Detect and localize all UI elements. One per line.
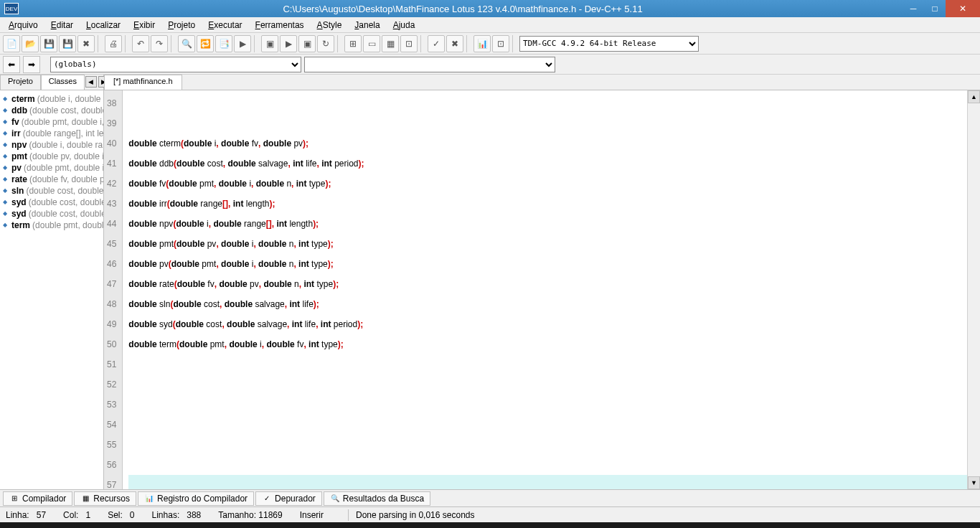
debug-stop-button[interactable]: ✖	[446, 35, 463, 52]
insert-btn3[interactable]: ▦	[382, 35, 399, 52]
save-button[interactable]: 💾	[40, 35, 57, 52]
app-icon: DEV	[4, 3, 19, 14]
menu-ferramentas[interactable]: Ferramentas	[250, 19, 310, 32]
open-button[interactable]: 📂	[22, 35, 39, 52]
code-editor[interactable]: 3839404142434445464748495051525354555657…	[104, 90, 980, 489]
bottom-tab-compilador[interactable]: ⊞Compilador	[3, 491, 72, 506]
profile-button[interactable]: 📊	[473, 35, 491, 52]
status-sel-label: Sel:	[108, 510, 123, 520]
fwd-nav-button[interactable]: ➡	[23, 56, 40, 73]
side-panel: Projeto Classes ◀ ▶ cterm (double i, dou…	[0, 75, 104, 489]
close-button2[interactable]: ✖	[77, 35, 95, 52]
func-ddb[interactable]: ddb (double cost, double salvage, int li…	[1, 105, 102, 116]
taskbar	[0, 522, 980, 528]
tab-prev-button[interactable]: ◀	[85, 76, 97, 88]
window-title: C:\Users\Augusto\Desktop\MathFinance Lot…	[23, 4, 903, 14]
tab-projeto[interactable]: Projeto	[0, 75, 41, 90]
insert-btn1[interactable]: ⊞	[344, 35, 362, 52]
menu-bar: ArquivoEditarLocalizarExibirProjetoExecu…	[0, 17, 980, 33]
status-bar: Linha: 57 Col: 1 Sel: 0 Linhas: 388 Tama…	[0, 506, 980, 522]
status-insert-mode: Inserir	[300, 510, 324, 520]
tab-classes[interactable]: Classes	[41, 75, 85, 90]
bottom-tab-depurador[interactable]: ✓Depurador	[255, 491, 322, 506]
redo-button[interactable]: ↷	[151, 35, 168, 52]
back-nav-button[interactable]: ⬅	[3, 56, 20, 73]
bottom-tab-recursos[interactable]: ▦Recursos	[74, 491, 136, 506]
vertical-scrollbar[interactable]: ▲ ▼	[967, 90, 980, 489]
func-pmt[interactable]: pmt (double pv, double i, double n, int …	[1, 151, 102, 162]
menu-projeto[interactable]: Projeto	[162, 19, 201, 32]
close-button[interactable]: ✕	[946, 0, 980, 17]
func-cterm[interactable]: cterm (double i, double fv, double pv)	[1, 93, 102, 105]
find-in-files-button[interactable]: 📑	[215, 35, 232, 52]
minimize-button[interactable]: ─	[903, 0, 924, 17]
bottom-tab-resultados-da-busca[interactable]: 🔍Resultados da Busca	[324, 491, 430, 506]
menu-editar[interactable]: Editar	[45, 19, 79, 32]
replace-button[interactable]: 🔁	[197, 35, 214, 52]
func-rate[interactable]: rate (double fv, double pv, double n, in…	[1, 174, 102, 185]
editor-panel: [*] mathfinance.h 3839404142434445464748…	[104, 75, 980, 489]
file-tab[interactable]: [*] mathfinance.h	[104, 75, 182, 90]
compile-button[interactable]: ▣	[261, 35, 278, 52]
bottom-tab-registro-do-compilador[interactable]: 📊Registro do Compilador	[138, 491, 254, 506]
func-syd[interactable]: syd (double cost, double salvage, int li…	[1, 208, 102, 220]
print-button[interactable]: 🖨	[105, 35, 122, 52]
func-npv[interactable]: npv (double i, double range[], int lengt…	[1, 139, 102, 151]
misc-button[interactable]: ⊡	[492, 35, 509, 52]
code-area[interactable]: double cterm(double i, double fv, double…	[123, 90, 980, 489]
compile-run-button[interactable]: ▣	[298, 35, 316, 52]
rebuild-button[interactable]: ↻	[317, 35, 334, 52]
bottom-tabs: ⊞Compilador▦Recursos📊Registro do Compila…	[0, 489, 980, 506]
menu-exibir[interactable]: Exibir	[128, 19, 161, 32]
compiler-select[interactable]: TDM-GCC 4.9.2 64-bit Release	[519, 36, 699, 52]
scroll-down-button[interactable]: ▼	[968, 476, 980, 489]
status-line-value: 57	[37, 510, 46, 520]
scope-toolbar: ⬅ ➡ (globals)	[0, 55, 980, 75]
maximize-button[interactable]: □	[924, 0, 946, 17]
insert-btn2[interactable]: ▭	[363, 35, 380, 52]
member-select[interactable]	[304, 57, 555, 72]
func-fv[interactable]: fv (double pmt, double i, double n, int …	[1, 116, 102, 128]
status-lines-label: Linhas:	[152, 510, 180, 520]
status-size-value: 11869	[258, 510, 282, 520]
menu-janela[interactable]: Janela	[349, 19, 385, 32]
save-all-button[interactable]: 💾	[59, 35, 76, 52]
undo-button[interactable]: ↶	[132, 35, 149, 52]
menu-executar[interactable]: Executar	[202, 19, 248, 32]
debug-check-button[interactable]: ✓	[428, 35, 445, 52]
func-sln[interactable]: sln (double cost, double salvage, int li…	[1, 185, 102, 197]
class-tree[interactable]: cterm (double i, double fv, double pv)dd…	[0, 90, 103, 489]
menu-astyle[interactable]: AStyle	[311, 19, 348, 32]
status-parse-time: Done parsing in 0,016 seconds	[356, 510, 474, 520]
status-sel-value: 0	[130, 510, 135, 520]
scroll-up-button[interactable]: ▲	[968, 90, 980, 103]
func-term[interactable]: term (double pmt, double i, double fv, i…	[1, 220, 102, 231]
status-line-label: Linha:	[6, 510, 29, 520]
func-syd[interactable]: syd (double cost, double salvage, int li…	[1, 197, 102, 208]
menu-localizar[interactable]: Localizar	[80, 19, 126, 32]
new-file-button[interactable]: 📄	[3, 35, 20, 52]
title-bar: DEV C:\Users\Augusto\Desktop\MathFinance…	[0, 0, 980, 17]
scope-select[interactable]: (globals)	[50, 57, 301, 72]
main-toolbar: 📄 📂 💾 💾 ✖ 🖨 ↶ ↷ 🔍 🔁 📑 ▶ ▣ ▶ ▣ ↻ ⊞ ▭ ▦ ⊡ …	[0, 33, 980, 55]
menu-ajuda[interactable]: Ajuda	[387, 19, 421, 32]
goto-button[interactable]: ▶	[234, 35, 251, 52]
run-button[interactable]: ▶	[280, 35, 297, 52]
status-col-value: 1	[85, 510, 90, 520]
status-col-label: Col:	[63, 510, 78, 520]
status-lines-value: 388	[187, 510, 201, 520]
func-irr[interactable]: irr (double range[], int length)	[1, 128, 102, 139]
menu-arquivo[interactable]: Arquivo	[3, 19, 44, 32]
line-gutter: 3839404142434445464748495051525354555657	[104, 90, 123, 489]
status-size-label: Tamanho:	[218, 510, 256, 520]
find-button[interactable]: 🔍	[178, 35, 195, 52]
func-pv[interactable]: pv (double pmt, double i, double n, int …	[1, 162, 102, 174]
insert-btn4[interactable]: ⊡	[400, 35, 418, 52]
